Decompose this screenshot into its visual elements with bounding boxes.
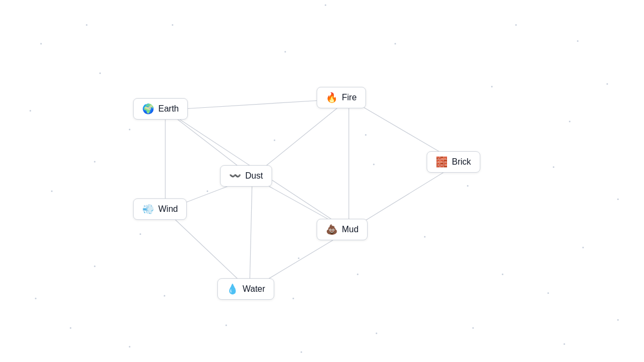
connection-lines (0, 0, 644, 362)
earth-icon: 🌍 (142, 104, 154, 114)
dust-icon: 〰️ (229, 171, 241, 181)
wind-icon: 💨 (142, 204, 154, 214)
node-mud[interactable]: 💩Mud (317, 219, 368, 240)
earth-label: Earth (158, 104, 179, 114)
fire-label: Fire (342, 93, 357, 102)
wind-label: Wind (158, 204, 178, 214)
node-earth[interactable]: 🌍Earth (133, 98, 188, 120)
mud-label: Mud (342, 225, 358, 234)
node-brick[interactable]: 🧱Brick (427, 151, 480, 173)
dust-label: Dust (245, 171, 263, 181)
brick-label: Brick (452, 157, 471, 167)
background-dots (0, 0, 644, 362)
brick-icon: 🧱 (436, 157, 448, 167)
node-fire[interactable]: 🔥Fire (317, 87, 366, 108)
node-water[interactable]: 💧Water (217, 278, 274, 300)
node-wind[interactable]: 💨Wind (133, 198, 187, 220)
fire-icon: 🔥 (326, 93, 338, 102)
node-dust[interactable]: 〰️Dust (220, 165, 272, 187)
edge-dust-water (250, 177, 252, 290)
mud-icon: 💩 (326, 225, 338, 234)
water-label: Water (243, 284, 265, 294)
water-icon: 💧 (226, 284, 238, 294)
